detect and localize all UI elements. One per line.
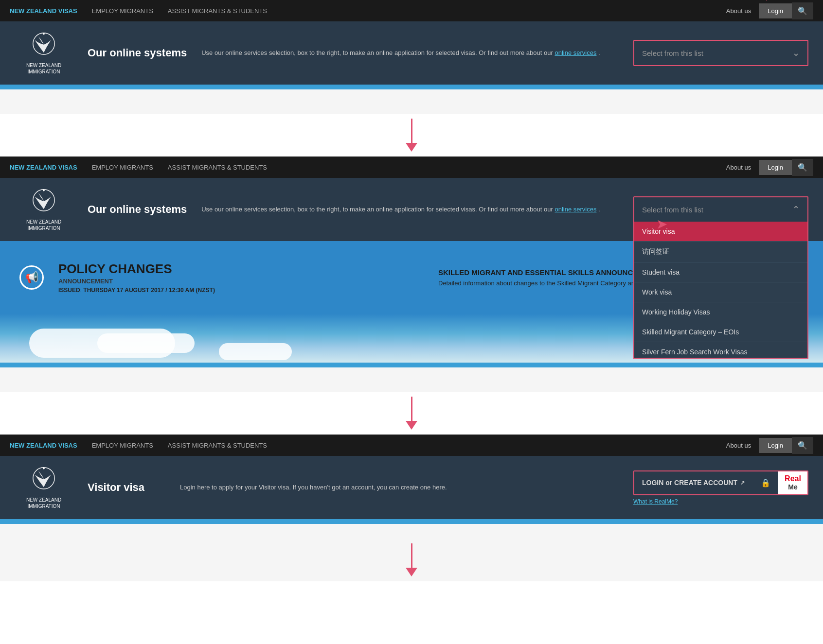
login-button-1[interactable]: Login xyxy=(759,3,792,18)
nav-nz-visas-2[interactable]: NEW ZEALAND VISAS xyxy=(10,164,77,171)
arrow-area-3 xyxy=(0,524,823,581)
login-create-wrapper: LOGIN or CREATE ACCOUNT ↗ 🔒 Real Me xyxy=(633,470,808,495)
search-button-3[interactable]: 🔍 xyxy=(792,437,813,454)
top-nav-1: NEW ZEALAND VISAS EMPLOY MIGRANTS ASSIST… xyxy=(0,0,823,21)
policy-issued: ISSUED: THURSDAY 17 AUGUST 2017 / 12:30 … xyxy=(58,287,424,294)
logo-text-3: NEW ZEALANDIMMIGRATION xyxy=(26,497,61,509)
arrow-head-2 xyxy=(406,421,417,430)
nav-right-2: About us Login 🔍 xyxy=(718,159,813,176)
header-desc-2: Use our online services selection, box t… xyxy=(201,205,619,214)
policy-title: POLICY CHANGES xyxy=(58,261,424,277)
search-button-1[interactable]: 🔍 xyxy=(792,2,813,19)
select-box-wrapper-2[interactable]: Select from this list ⌃ Visitor visa 访问签… xyxy=(633,196,808,223)
spacer-1 xyxy=(0,89,823,114)
visitor-header: NEW ZEALANDIMMIGRATION Visitor visa Logi… xyxy=(0,456,823,519)
blue-divider-3 xyxy=(0,519,823,524)
select-placeholder-1: Select from this list xyxy=(642,49,703,57)
logo-text-1: NEW ZEALANDIMMIGRATION xyxy=(26,62,61,75)
logo-area-3: NEW ZEALANDIMMIGRATION xyxy=(15,466,73,509)
arrow-area-1 xyxy=(0,89,823,157)
svg-point-5 xyxy=(43,468,45,470)
nav-employ-3[interactable]: EMPLOY MIGRANTS xyxy=(92,442,153,449)
nav-assist-3[interactable]: ASSIST MIGRANTS & STUDENTS xyxy=(168,442,267,449)
lock-icon: 🔒 xyxy=(761,478,770,487)
header-desc-text-1: Use our online services selection, box t… xyxy=(201,49,555,56)
nav-nz-visas-1[interactable]: NEW ZEALAND VISAS xyxy=(10,7,77,15)
arrow-line-3 xyxy=(411,543,412,568)
chevron-up-icon: ⌃ xyxy=(792,204,800,215)
nav-assist-1[interactable]: ASSIST MIGRANTS & STUDENTS xyxy=(168,7,267,15)
header-title-1: Our online systems xyxy=(88,47,187,59)
search-icon-1: 🔍 xyxy=(798,7,807,15)
svg-point-3 xyxy=(43,190,45,191)
header-desc-end-2: . xyxy=(598,206,600,213)
policy-content: POLICY CHANGES ANNOUNCEMENT ISSUED: THUR… xyxy=(58,261,424,294)
nav-nz-visas-3[interactable]: NEW ZEALAND VISAS xyxy=(10,442,77,449)
logo-fern-2 xyxy=(24,188,63,217)
dropdown-item-working-holiday[interactable]: Working Holiday Visas xyxy=(634,302,807,322)
arrow-area-2 xyxy=(0,367,823,435)
what-realme-link[interactable]: What is RealMe? xyxy=(633,498,678,505)
arrow-container-2 xyxy=(406,392,417,435)
realme-logo: Real Me xyxy=(785,474,801,491)
online-services-link-2[interactable]: online services xyxy=(555,206,596,213)
login-create-button[interactable]: LOGIN or CREATE ACCOUNT ↗ 🔒 xyxy=(634,471,778,494)
nav-links-1: NEW ZEALAND VISAS EMPLOY MIGRANTS ASSIST… xyxy=(10,7,718,15)
top-nav-2: NEW ZEALAND VISAS EMPLOY MIGRANTS ASSIST… xyxy=(0,157,823,178)
dropdown-list: Visitor visa 访问签证 Student visa Work visa… xyxy=(633,222,808,359)
nav-employ-1[interactable]: EMPLOY MIGRANTS xyxy=(92,7,153,15)
search-button-2[interactable]: 🔍 xyxy=(792,159,813,176)
issued-date: THURSDAY 17 AUGUST 2017 / 12:30 AM (NZST… xyxy=(83,287,215,294)
online-services-link-1[interactable]: online services xyxy=(555,49,596,56)
dropdown-item-student-visa[interactable]: Student visa xyxy=(634,262,807,282)
header-title-2: Our online systems xyxy=(88,203,187,216)
login-button-2[interactable]: Login xyxy=(759,160,792,175)
login-area: LOGIN or CREATE ACCOUNT ↗ 🔒 Real Me What… xyxy=(633,470,808,505)
search-icon-2: 🔍 xyxy=(798,163,807,172)
realme-me: Me xyxy=(785,483,801,491)
arrow-down-2 xyxy=(406,397,417,430)
login-button-3[interactable]: Login xyxy=(759,438,792,453)
nav-right-1: About us Login 🔍 xyxy=(718,2,813,19)
select-box-wrapper-1[interactable]: Select from this list ⌄ xyxy=(633,40,808,66)
search-icon-3: 🔍 xyxy=(798,441,807,450)
nav-assist-2[interactable]: ASSIST MIGRANTS & STUDENTS xyxy=(168,164,267,171)
dropdown-item-work-visa[interactable]: Work visa xyxy=(634,282,807,302)
select-box-1[interactable]: Select from this list ⌄ xyxy=(634,41,807,65)
arrow-down-3 xyxy=(406,543,417,576)
logo-area-1: NEW ZEALANDIMMIGRATION xyxy=(15,31,73,75)
select-box-2[interactable]: Select from this list ⌃ xyxy=(634,197,807,222)
dropdown-item-visitor-visa[interactable]: Visitor visa xyxy=(634,222,807,242)
spacer-2 xyxy=(0,367,823,392)
cloud-3 xyxy=(219,343,292,360)
logo-fern-3 xyxy=(24,466,63,495)
spacer-3 xyxy=(0,524,823,539)
logo-fern-1 xyxy=(24,31,63,60)
dropdown-scroll[interactable]: Visitor visa 访问签证 Student visa Work visa… xyxy=(634,222,807,358)
section-3: NEW ZEALAND VISAS EMPLOY MIGRANTS ASSIST… xyxy=(0,435,823,524)
dropdown-item-chinese[interactable]: 访问签证 xyxy=(634,242,807,262)
blue-divider-2 xyxy=(0,363,823,367)
dropdown-item-skilled-migrant[interactable]: Skilled Migrant Category – EOIs xyxy=(634,322,807,342)
logo-text-2: NEW ZEALANDIMMIGRATION xyxy=(26,219,61,231)
cloud-2 xyxy=(97,333,195,353)
external-link-icon: ↗ xyxy=(740,480,745,486)
chevron-down-icon-1: ⌄ xyxy=(792,48,800,58)
select-placeholder-2: Select from this list xyxy=(642,206,703,214)
about-us-link-2[interactable]: About us xyxy=(718,164,759,171)
login-create-label: LOGIN or CREATE ACCOUNT xyxy=(642,479,737,487)
logo-area-2: NEW ZEALANDIMMIGRATION xyxy=(15,188,73,231)
section-2: NEW ZEALAND VISAS EMPLOY MIGRANTS ASSIST… xyxy=(0,157,823,367)
dropdown-item-silver-fern[interactable]: Silver Fern Job Search Work Visas xyxy=(634,342,807,358)
about-us-link-3[interactable]: About us xyxy=(718,442,759,449)
nav-links-2: NEW ZEALAND VISAS EMPLOY MIGRANTS ASSIST… xyxy=(10,164,718,171)
arrow-down-1 xyxy=(406,119,417,152)
megaphone-icon: 📢 xyxy=(25,271,38,284)
arrow-container-1 xyxy=(406,114,417,157)
about-us-link-1[interactable]: About us xyxy=(718,7,759,15)
realme-badge: Real Me xyxy=(778,471,807,494)
nav-employ-2[interactable]: EMPLOY MIGRANTS xyxy=(92,164,153,171)
arrow-head-1 xyxy=(406,143,417,152)
top-nav-3: NEW ZEALAND VISAS EMPLOY MIGRANTS ASSIST… xyxy=(0,435,823,456)
visitor-title: Visitor visa xyxy=(88,481,165,494)
